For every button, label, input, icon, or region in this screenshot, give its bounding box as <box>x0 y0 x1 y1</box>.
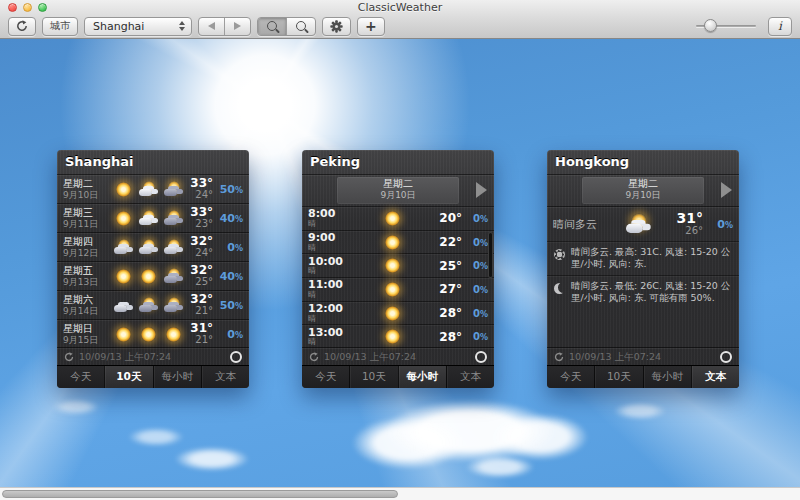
nav-segmented-control <box>198 17 251 36</box>
status-circle-icon[interactable] <box>230 351 242 363</box>
refresh-icon[interactable] <box>309 352 319 362</box>
daynav-box: 星期二 9月10日 <box>582 177 704 204</box>
day-date: 9月12日 <box>63 248 110 258</box>
day-name: 星期六 <box>63 294 110 306</box>
weather-icon <box>137 326 161 343</box>
low-temp: 26° <box>675 226 703 237</box>
panel-city-title: Hongkong <box>547 150 739 174</box>
day-date: 9月13日 <box>63 277 110 287</box>
daynav-box: 星期二 9月10日 <box>337 177 459 204</box>
view-tabs: 今天 10天 每小时 文本 <box>57 365 249 388</box>
city-list-button[interactable]: 城市 <box>42 17 78 36</box>
panel-city-title: Peking <box>302 150 494 174</box>
updated-timestamp: 10/09/13 上午07:24 <box>324 351 416 364</box>
precip-chance: 0% <box>213 328 243 341</box>
current-condition: 晴间多云 <box>553 217 611 232</box>
day-row: 星期四9月12日 32°24° 0% <box>57 232 249 261</box>
panel-city-title: Shanghai <box>57 150 249 174</box>
tab-text[interactable]: 文本 <box>446 366 494 388</box>
tab-text[interactable]: 文本 <box>691 366 739 388</box>
hour-time: 12:00 <box>308 303 352 315</box>
weather-icon <box>112 210 136 227</box>
window-title: ClassicWeather <box>0 1 800 14</box>
weather-icon <box>381 257 405 274</box>
forward-button[interactable] <box>224 18 250 35</box>
city-popup[interactable]: Shanghai <box>84 17 192 36</box>
weather-icon <box>137 268 161 285</box>
weather-icon <box>112 297 136 314</box>
weather-icon <box>112 181 136 198</box>
tab-10day[interactable]: 10天 <box>594 366 642 388</box>
tab-hourly[interactable]: 每小时 <box>153 366 201 388</box>
panel-scrollbar-thumb[interactable] <box>488 232 493 278</box>
high-temp: 31° <box>675 211 703 226</box>
precip-chance: 40% <box>213 270 243 283</box>
day-forecast-text: 晴间多云. 最高: 31C. 风速: 15-20 公里/小时. 风向: 东. <box>571 246 732 271</box>
precip-chance: 0% <box>462 308 488 319</box>
zoom-out-button[interactable] <box>258 18 286 35</box>
panel-footer: 10/09/13 上午07:24 <box>57 347 249 366</box>
moon-icon <box>552 280 566 305</box>
daynav-date: 9月10日 <box>582 190 704 201</box>
day-row: 星期日9月15日 31°21° 0% <box>57 319 249 348</box>
status-circle-icon[interactable] <box>475 351 487 363</box>
weather-icon <box>112 268 136 285</box>
weather-icon <box>381 281 405 298</box>
horizontal-scrollbar-thumb[interactable] <box>2 490 398 498</box>
updated-timestamp: 10/09/13 上午07:24 <box>569 351 661 364</box>
weather-icon <box>137 297 161 314</box>
weather-icon <box>162 268 186 285</box>
precip-chance: 0% <box>462 260 488 271</box>
refresh-icon[interactable] <box>64 352 74 362</box>
horizontal-scrollbar[interactable] <box>0 487 800 500</box>
tab-today[interactable]: 今天 <box>302 366 349 388</box>
low-temp: 21° <box>187 306 213 317</box>
precip-chance: 0% <box>703 218 733 231</box>
tab-today[interactable]: 今天 <box>57 366 104 388</box>
refresh-button[interactable] <box>8 17 36 36</box>
day-navigator: 星期二 9月10日 <box>302 174 494 206</box>
window-chrome: ClassicWeather 城市 Shanghai + <box>0 0 800 39</box>
tab-10day[interactable]: 10天 <box>104 366 152 388</box>
tab-10day[interactable]: 10天 <box>349 366 397 388</box>
day-date: 9月15日 <box>63 335 110 345</box>
hour-condition: 晴 <box>308 244 352 252</box>
weather-icon <box>137 239 161 256</box>
night-forecast-text: 晴间多云. 最低: 26C. 风速: 15-20 公里/小时. 风向: 东. 可… <box>571 280 732 305</box>
info-button[interactable]: i <box>768 17 792 36</box>
tab-hourly[interactable]: 每小时 <box>643 366 691 388</box>
magnifier-out-icon <box>267 21 277 31</box>
refresh-icon[interactable] <box>554 352 564 362</box>
hour-temp: 20° <box>434 211 462 225</box>
day-name: 星期四 <box>63 236 110 248</box>
hour-row: 12:00晴 28° 0% <box>302 301 494 325</box>
next-day-arrow[interactable] <box>476 182 487 198</box>
slider-knob[interactable] <box>704 19 717 32</box>
hour-temp: 28° <box>434 330 462 344</box>
back-button[interactable] <box>199 18 224 35</box>
hour-condition: 晴 <box>308 220 352 228</box>
zoom-in-button[interactable] <box>286 18 315 35</box>
precip-chance: 50% <box>213 299 243 312</box>
tab-today[interactable]: 今天 <box>547 366 594 388</box>
hour-temp: 22° <box>434 235 462 249</box>
precip-chance: 0% <box>462 237 488 248</box>
day-name: 星期日 <box>63 323 110 335</box>
size-slider[interactable] <box>696 19 756 33</box>
hour-condition: 晴 <box>308 267 352 275</box>
tab-hourly[interactable]: 每小时 <box>398 366 446 388</box>
hour-condition: 晴 <box>308 338 352 346</box>
weather-panel-shanghai: Shanghai 星期二9月10日 33°24° 50% 星期三9月11日 33… <box>57 150 249 388</box>
weather-icon <box>137 210 161 227</box>
hour-row: 10:00晴 25° 0% <box>302 253 494 277</box>
next-day-arrow[interactable] <box>721 182 732 198</box>
status-circle-icon[interactable] <box>720 351 732 363</box>
daynav-date: 9月10日 <box>337 190 459 201</box>
day-row: 星期六9月14日 32°21° 50% <box>57 290 249 319</box>
add-button[interactable]: + <box>357 17 385 36</box>
tab-text[interactable]: 文本 <box>201 366 249 388</box>
sun-icon <box>552 246 566 271</box>
daynav-day: 星期二 <box>337 178 459 190</box>
toolbar: 城市 Shanghai + i <box>0 14 800 38</box>
settings-button[interactable] <box>322 17 351 36</box>
